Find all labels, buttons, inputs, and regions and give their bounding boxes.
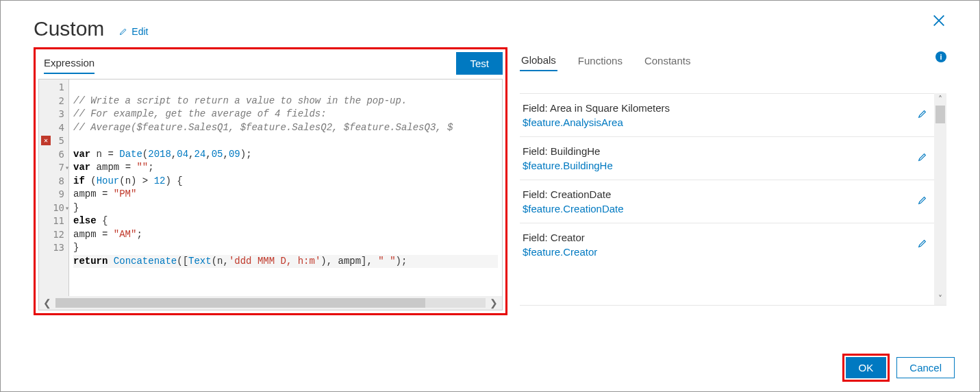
code-editor[interactable]: 1 2 3 4 ✕5 6 7▾ 8 9 10▾ 11 12 13 / <box>38 79 503 310</box>
gutter-line: 12 <box>39 228 68 242</box>
expression-panel: Expression Test 1 2 3 4 ✕5 6 7▾ 8 9 10 <box>34 47 507 315</box>
gutter-line: 1 <box>39 81 68 95</box>
test-button[interactable]: Test <box>456 52 503 75</box>
gutter-line: 10▾ <box>39 201 68 215</box>
pencil-icon <box>119 27 127 36</box>
global-item[interactable]: Field: Area in Square Kilometers $featur… <box>520 93 946 136</box>
left-tabs: Expression Test <box>38 52 503 79</box>
main-content: Expression Test 1 2 3 4 ✕5 6 7▾ 8 9 10 <box>34 47 946 315</box>
expression-dialog: Custom Edit Expression Test 1 2 3 4 ✕5 <box>0 0 980 392</box>
pencil-icon <box>918 195 927 205</box>
ok-highlight: OK <box>842 354 890 382</box>
tab-expression[interactable]: Expression <box>44 53 95 74</box>
cancel-button[interactable]: Cancel <box>896 357 955 378</box>
dialog-title: Custom <box>34 17 104 40</box>
global-label: Field: CreationDate <box>523 188 925 200</box>
global-item[interactable]: Field: CreationDate $feature.CreationDat… <box>520 180 946 223</box>
tab-globals[interactable]: Globals <box>520 51 557 71</box>
global-item[interactable]: Field: BuildingHe $feature.BuildingHe <box>520 136 946 180</box>
hscroll-thumb[interactable] <box>55 298 425 308</box>
right-tabs: Globals Functions Constants i <box>520 47 946 74</box>
scroll-left-icon[interactable]: ❮ <box>43 297 51 308</box>
gutter-line: 11 <box>39 215 68 228</box>
pencil-icon <box>918 152 927 162</box>
tab-functions[interactable]: Functions <box>577 52 624 71</box>
gutter-line: 9 <box>39 188 68 201</box>
global-token: $feature.BuildingHe <box>523 160 925 171</box>
gutter-line: ✕5 <box>39 134 68 148</box>
gutter-line: 7▾ <box>39 161 68 175</box>
global-label: Field: Creator <box>523 232 925 243</box>
horizontal-scrollbar[interactable]: ❮ ❯ <box>39 296 502 310</box>
gutter-line: 13 <box>39 241 68 255</box>
insert-button[interactable] <box>918 195 927 207</box>
global-token: $feature.AnalysisArea <box>523 117 925 128</box>
global-label: Field: Area in Square Kilometers <box>523 102 925 114</box>
globals-list: Field: Area in Square Kilometers $featur… <box>520 93 946 306</box>
global-label: Field: BuildingHe <box>523 145 925 157</box>
global-token: $feature.Creator <box>523 246 925 258</box>
scroll-right-icon[interactable]: ❯ <box>490 297 498 308</box>
edit-title-link[interactable]: Edit <box>119 26 148 37</box>
ok-button[interactable]: OK <box>846 357 887 378</box>
pencil-icon <box>918 238 927 248</box>
error-icon[interactable]: ✕ <box>41 136 51 145</box>
close-button[interactable] <box>931 13 946 30</box>
insert-button[interactable] <box>918 238 927 250</box>
gutter-line: 8 <box>39 175 68 188</box>
close-icon <box>931 13 946 28</box>
editor-body: 1 2 3 4 ✕5 6 7▾ 8 9 10▾ 11 12 13 / <box>39 79 502 296</box>
vscroll-thumb[interactable] <box>935 106 945 123</box>
info-icon[interactable]: i <box>935 51 946 62</box>
tab-constants[interactable]: Constants <box>643 52 692 71</box>
vertical-scrollbar[interactable]: ˄ ˅ <box>934 93 946 305</box>
dialog-header: Custom Edit <box>34 17 946 40</box>
insert-button[interactable] <box>918 152 927 164</box>
scroll-down-icon[interactable]: ˅ <box>938 293 942 305</box>
reference-panel: Globals Functions Constants i Field: Are… <box>520 47 946 306</box>
hscroll-track[interactable] <box>55 298 486 308</box>
gutter-line: 2 <box>39 95 68 108</box>
scroll-up-icon[interactable]: ˄ <box>938 93 942 106</box>
dialog-footer: OK Cancel <box>842 354 955 382</box>
gutter-line: 6 <box>39 148 68 162</box>
editor-gutter: 1 2 3 4 ✕5 6 7▾ 8 9 10▾ 11 12 13 <box>39 79 69 296</box>
edit-label: Edit <box>131 26 148 37</box>
vscroll-track[interactable] <box>934 106 946 293</box>
global-item[interactable]: Field: Creator $feature.Creator <box>520 223 946 266</box>
gutter-line: 3 <box>39 108 68 121</box>
global-token: $feature.CreationDate <box>523 203 925 215</box>
pencil-icon <box>918 109 927 119</box>
gutter-line: 4 <box>39 121 68 135</box>
code-area[interactable]: // Write a script to return a value to s… <box>69 79 502 296</box>
insert-button[interactable] <box>918 109 927 121</box>
